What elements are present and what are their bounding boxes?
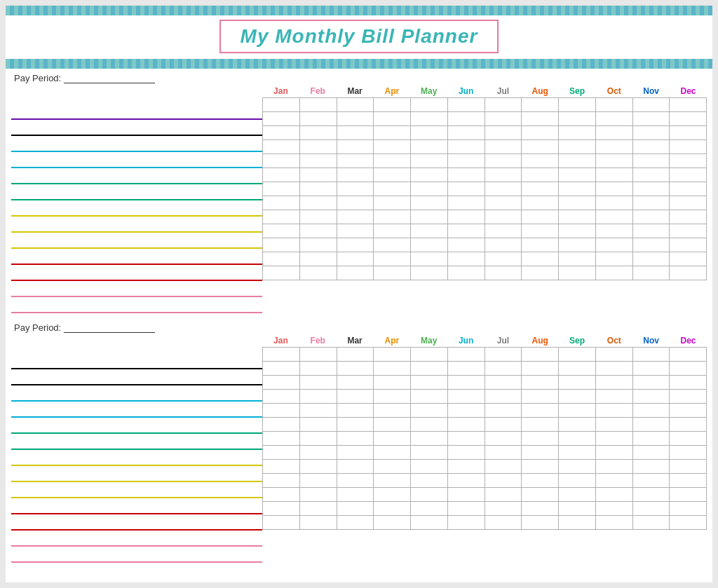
table-cell[interactable]	[299, 168, 337, 182]
table-cell[interactable]	[299, 488, 337, 502]
table-cell[interactable]	[522, 168, 559, 182]
table-cell[interactable]	[411, 98, 448, 112]
table-cell[interactable]	[522, 474, 559, 488]
table-cell[interactable]	[632, 126, 670, 140]
table-cell[interactable]	[411, 210, 448, 224]
table-cell[interactable]	[670, 182, 707, 196]
table-cell[interactable]	[595, 224, 632, 238]
table-cell[interactable]	[522, 182, 559, 196]
table-cell[interactable]	[632, 488, 670, 502]
table-cell[interactable]	[411, 432, 448, 446]
table-cell[interactable]	[299, 362, 337, 376]
table-cell[interactable]	[447, 196, 485, 210]
table-cell[interactable]	[595, 182, 632, 196]
table-cell[interactable]	[485, 516, 522, 530]
table-cell[interactable]	[595, 196, 632, 210]
table-cell[interactable]	[374, 348, 411, 362]
table-cell[interactable]	[559, 196, 596, 210]
table-cell[interactable]	[595, 348, 632, 362]
table-cell[interactable]	[374, 474, 411, 488]
table-cell[interactable]	[447, 210, 485, 224]
table-cell[interactable]	[595, 98, 632, 112]
table-cell[interactable]	[670, 418, 707, 432]
table-cell[interactable]	[670, 224, 707, 238]
table-cell[interactable]	[670, 238, 707, 252]
table-cell[interactable]	[632, 502, 670, 516]
table-cell[interactable]	[670, 376, 707, 390]
table-cell[interactable]	[337, 432, 374, 446]
table-cell[interactable]	[559, 502, 596, 516]
table-cell[interactable]	[411, 474, 448, 488]
table-cell[interactable]	[337, 404, 374, 418]
table-cell[interactable]	[299, 210, 337, 224]
table-cell[interactable]	[374, 182, 411, 196]
table-cell[interactable]	[670, 168, 707, 182]
table-cell[interactable]	[411, 460, 448, 474]
table-cell[interactable]	[411, 390, 448, 404]
table-cell[interactable]	[670, 266, 707, 280]
table-cell[interactable]	[485, 210, 522, 224]
table-cell[interactable]	[337, 154, 374, 168]
table-cell[interactable]	[263, 238, 300, 252]
table-cell[interactable]	[411, 488, 448, 502]
table-cell[interactable]	[522, 266, 559, 280]
table-cell[interactable]	[337, 418, 374, 432]
table-cell[interactable]	[485, 266, 522, 280]
table-cell[interactable]	[263, 224, 300, 238]
table-cell[interactable]	[447, 418, 485, 432]
table-cell[interactable]	[522, 516, 559, 530]
table-cell[interactable]	[595, 362, 632, 376]
table-cell[interactable]	[447, 182, 485, 196]
table-cell[interactable]	[374, 418, 411, 432]
table-cell[interactable]	[374, 446, 411, 460]
table-cell[interactable]	[485, 460, 522, 474]
table-cell[interactable]	[263, 266, 300, 280]
table-cell[interactable]	[522, 210, 559, 224]
table-cell[interactable]	[299, 376, 337, 390]
table-cell[interactable]	[374, 266, 411, 280]
table-cell[interactable]	[485, 98, 522, 112]
table-cell[interactable]	[670, 154, 707, 168]
table-cell[interactable]	[522, 502, 559, 516]
table-cell[interactable]	[632, 266, 670, 280]
table-cell[interactable]	[374, 362, 411, 376]
table-cell[interactable]	[632, 348, 670, 362]
table-cell[interactable]	[337, 224, 374, 238]
table-cell[interactable]	[374, 460, 411, 474]
table-cell[interactable]	[263, 376, 300, 390]
table-cell[interactable]	[670, 140, 707, 154]
table-cell[interactable]	[670, 432, 707, 446]
table-cell[interactable]	[411, 252, 448, 266]
table-cell[interactable]	[447, 516, 485, 530]
table-cell[interactable]	[337, 446, 374, 460]
table-cell[interactable]	[522, 224, 559, 238]
table-cell[interactable]	[299, 404, 337, 418]
table-cell[interactable]	[411, 418, 448, 432]
table-cell[interactable]	[522, 112, 559, 126]
table-cell[interactable]	[299, 224, 337, 238]
table-cell[interactable]	[337, 460, 374, 474]
table-cell[interactable]	[299, 140, 337, 154]
table-cell[interactable]	[485, 418, 522, 432]
table-cell[interactable]	[670, 474, 707, 488]
table-cell[interactable]	[299, 126, 337, 140]
table-cell[interactable]	[559, 474, 596, 488]
table-cell[interactable]	[337, 516, 374, 530]
table-cell[interactable]	[374, 140, 411, 154]
table-cell[interactable]	[595, 168, 632, 182]
table-cell[interactable]	[485, 126, 522, 140]
table-cell[interactable]	[485, 432, 522, 446]
table-cell[interactable]	[447, 140, 485, 154]
table-cell[interactable]	[522, 140, 559, 154]
table-cell[interactable]	[299, 112, 337, 126]
table-cell[interactable]	[632, 238, 670, 252]
table-cell[interactable]	[447, 266, 485, 280]
table-cell[interactable]	[559, 516, 596, 530]
table-cell[interactable]	[632, 224, 670, 238]
table-cell[interactable]	[485, 488, 522, 502]
table-cell[interactable]	[670, 348, 707, 362]
table-cell[interactable]	[632, 98, 670, 112]
table-cell[interactable]	[559, 362, 596, 376]
table-cell[interactable]	[411, 154, 448, 168]
table-cell[interactable]	[263, 210, 300, 224]
